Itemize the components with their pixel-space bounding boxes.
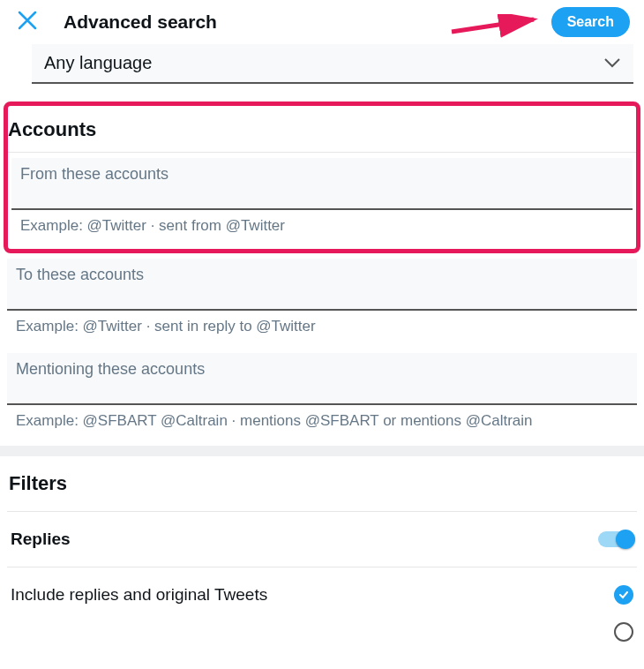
page-title: Advanced search	[64, 11, 551, 33]
language-selected-value: Any language	[44, 53, 152, 73]
replies-label: Replies	[11, 530, 71, 549]
chevron-down-icon	[603, 53, 621, 73]
mentioning-accounts-field[interactable]: Mentioning these accounts Example: @SFBA…	[7, 353, 637, 442]
modal-header: Advanced search Search	[0, 0, 644, 44]
include-replies-radio[interactable]	[614, 585, 633, 605]
from-accounts-label: From these accounts	[20, 165, 624, 184]
annotation-highlight-box: Accounts From these accounts Example: @T…	[4, 101, 640, 253]
search-button[interactable]: Search	[551, 7, 630, 37]
mentioning-accounts-example: Example: @SFBART @Caltrain · mentions @S…	[7, 405, 637, 442]
replies-toggle[interactable]	[598, 531, 633, 547]
filter-row-include-replies: Include replies and original Tweets	[7, 568, 637, 622]
language-select[interactable]: Any language	[32, 44, 633, 84]
to-accounts-example: Example: @Twitter · sent in reply to @Tw…	[7, 311, 637, 348]
to-accounts-label: To these accounts	[16, 266, 628, 284]
mentioning-accounts-label: Mentioning these accounts	[16, 360, 628, 379]
to-accounts-field[interactable]: To these accounts Example: @Twitter · se…	[7, 259, 637, 348]
scroll-area[interactable]: Any language Accounts From these account…	[0, 44, 644, 669]
filter-row-replies: Replies	[7, 512, 637, 568]
filters-section-header: Filters	[7, 456, 637, 512]
close-icon[interactable]	[18, 11, 37, 34]
from-accounts-field[interactable]: From these accounts Example: @Twitter · …	[11, 158, 633, 247]
filter-row-partial	[7, 622, 637, 659]
accounts-section-header: Accounts	[8, 111, 636, 152]
include-replies-label: Include replies and original Tweets	[11, 585, 267, 605]
from-accounts-example: Example: @Twitter · sent from @Twitter	[11, 210, 633, 247]
partial-radio[interactable]	[614, 622, 633, 642]
